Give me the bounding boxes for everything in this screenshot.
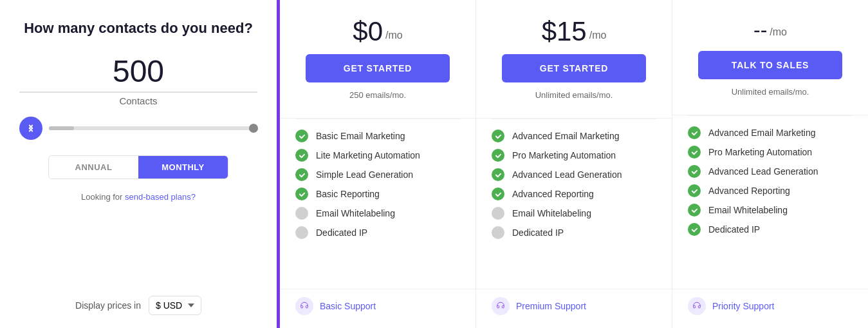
plan-standard: $15 /mo GET STARTED Unlimited emails/mo.… — [476, 0, 672, 328]
plan-standard-support: Premium Support — [476, 289, 672, 328]
plan-free: $0 /mo GET STARTED 250 emails/mo. Basic … — [277, 0, 476, 328]
plan-standard-header: $15 /mo GET STARTED Unlimited emails/mo. — [476, 0, 672, 119]
slider-nav-button[interactable] — [19, 117, 42, 140]
feature-check-icon — [295, 149, 308, 162]
feature-check-icon — [688, 165, 701, 178]
left-panel: How many contacts do you need? 500 Conta… — [0, 0, 277, 328]
contacts-display: 500 — [19, 53, 257, 93]
feature-check-icon — [295, 130, 308, 142]
list-item: Advanced Lead Generation — [492, 168, 656, 181]
plan-free-price: $0 /mo — [295, 18, 460, 45]
list-item: Email Whitelabeling — [295, 207, 460, 220]
plan-enterprise-emails: Unlimited emails/mo. — [688, 87, 853, 104]
list-item: Email Whitelabeling — [492, 207, 656, 220]
feature-check-icon — [688, 126, 701, 139]
feature-check-icon — [688, 223, 701, 236]
plan-enterprise-support-label: Priority Support — [712, 301, 774, 311]
plan-enterprise-features: Advanced Email Marketing Pro Marketing A… — [672, 116, 868, 289]
list-item: Email Whitelabeling — [688, 204, 853, 217]
plan-enterprise-support: Priority Support — [672, 289, 868, 328]
slider-fill — [49, 126, 74, 130]
plan-enterprise-period: /mo — [770, 26, 787, 38]
support-headset-icon — [688, 297, 706, 315]
annual-toggle-button[interactable]: ANNUAL — [49, 156, 138, 178]
feature-check-icon — [492, 130, 504, 142]
plan-free-support: Basic Support — [280, 289, 476, 328]
list-item: Basic Email Marketing — [295, 130, 460, 142]
plan-standard-price: $15 /mo — [492, 18, 656, 45]
plan-free-amount: $0 — [353, 18, 383, 45]
monthly-toggle-button[interactable]: MONTHLY — [138, 156, 228, 178]
plan-standard-button[interactable]: GET STARTED — [502, 54, 646, 82]
send-based-text: Looking for send-based plans? — [81, 192, 196, 202]
plan-free-button[interactable]: GET STARTED — [306, 54, 450, 82]
plan-free-emails: 250 emails/mo. — [295, 90, 460, 108]
currency-row: Display prices in $ USD € EUR £ GBP — [75, 283, 201, 315]
plan-standard-features: Advanced Email Marketing Pro Marketing A… — [476, 119, 672, 289]
slider-track[interactable] — [49, 126, 257, 130]
send-based-link[interactable]: send-based plans? — [125, 192, 196, 202]
plan-enterprise-header: -- /mo TALK TO SALES Unlimited emails/mo… — [672, 0, 868, 115]
plan-enterprise: -- /mo TALK TO SALES Unlimited emails/mo… — [672, 0, 868, 328]
feature-check-icon — [688, 184, 701, 197]
plan-free-features: Basic Email Marketing Lite Marketing Aut… — [280, 119, 476, 289]
feature-check-icon — [492, 168, 504, 181]
list-item: Dedicated IP — [492, 226, 656, 239]
list-item: Advanced Email Marketing — [688, 126, 853, 139]
feature-check-icon — [688, 146, 701, 159]
feature-uncheck-icon — [492, 226, 504, 239]
currency-select[interactable]: $ USD € EUR £ GBP — [149, 296, 201, 315]
feature-uncheck-icon — [295, 207, 308, 220]
feature-uncheck-icon — [295, 226, 308, 239]
feature-check-icon — [295, 188, 308, 200]
contacts-heading: How many contacts do you need? — [24, 19, 253, 38]
list-item: Advanced Lead Generation — [688, 165, 853, 178]
plan-standard-support-label: Premium Support — [516, 301, 586, 311]
list-item: Lite Marketing Automation — [295, 149, 460, 162]
billing-toggle: ANNUAL MONTHLY — [48, 155, 228, 179]
plan-standard-amount: $15 — [542, 18, 587, 45]
feature-check-icon — [295, 168, 308, 181]
list-item: Advanced Reporting — [492, 188, 656, 200]
support-headset-icon — [295, 297, 313, 315]
plan-free-support-label: Basic Support — [320, 301, 376, 311]
feature-check-icon — [688, 204, 701, 217]
plan-free-period: /mo — [385, 30, 403, 41]
feature-check-icon — [492, 149, 504, 162]
feature-uncheck-icon — [492, 207, 504, 220]
plan-standard-emails: Unlimited emails/mo. — [492, 90, 656, 108]
support-headset-icon — [492, 297, 510, 315]
contacts-label: Contacts — [119, 95, 157, 106]
list-item: Advanced Reporting — [688, 184, 853, 197]
plan-enterprise-amount: -- — [753, 18, 767, 42]
currency-label: Display prices in — [75, 300, 141, 311]
plan-free-header: $0 /mo GET STARTED 250 emails/mo. — [280, 0, 476, 119]
plan-standard-period: /mo — [589, 30, 607, 41]
list-item: Pro Marketing Automation — [492, 149, 656, 162]
feature-check-icon — [492, 188, 504, 200]
list-item: Basic Reporting — [295, 188, 460, 200]
plan-enterprise-price: -- /mo — [688, 18, 853, 42]
list-item: Dedicated IP — [295, 226, 460, 239]
list-item: Simple Lead Generation — [295, 168, 460, 181]
chevron-left-right-icon — [25, 122, 37, 134]
slider-thumb — [249, 124, 258, 133]
list-item: Dedicated IP — [688, 223, 853, 236]
contacts-value: 500 — [19, 53, 257, 89]
slider-row — [19, 117, 257, 140]
list-item: Pro Marketing Automation — [688, 146, 853, 159]
list-item: Advanced Email Marketing — [492, 130, 656, 142]
pricing-area: $0 /mo GET STARTED 250 emails/mo. Basic … — [277, 0, 868, 328]
plan-enterprise-button[interactable]: TALK TO SALES — [698, 51, 842, 79]
